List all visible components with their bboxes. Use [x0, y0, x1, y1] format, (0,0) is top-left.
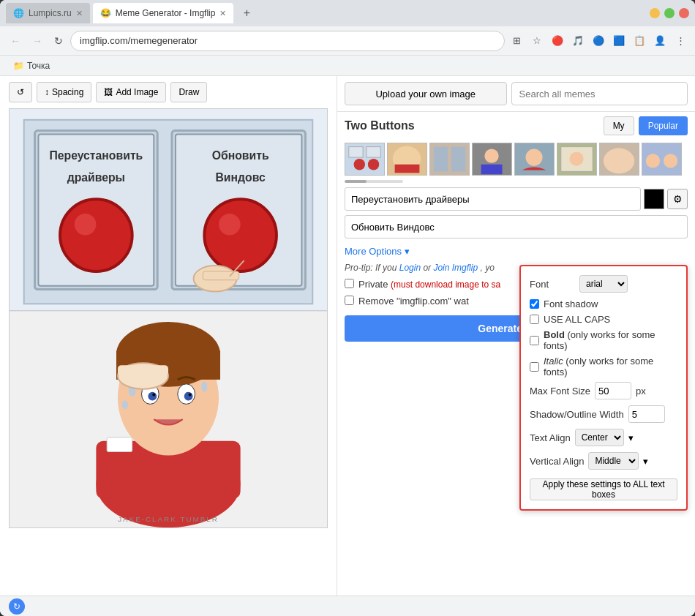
apply-settings-button[interactable]: Apply these settings to ALL text boxes: [530, 478, 677, 500]
login-link[interactable]: Login: [399, 263, 421, 273]
add-image-button[interactable]: 🖼 Add Image: [96, 82, 166, 102]
extension-icon-2[interactable]: 🎵: [569, 32, 587, 50]
extension-icon-3[interactable]: 🔵: [590, 32, 607, 50]
search-memes-input[interactable]: [511, 82, 688, 105]
remove-watermark-checkbox[interactable]: [345, 296, 354, 305]
spacing-icon: ↕: [45, 87, 49, 97]
italic-row: Italic (only works for some fonts): [530, 356, 677, 378]
extension-icon-5[interactable]: 📋: [631, 32, 648, 50]
font-select[interactable]: arial impact: [579, 275, 628, 293]
svg-point-60: [664, 154, 677, 168]
my-tab-button[interactable]: My: [604, 116, 634, 135]
thumb-8[interactable]: [642, 143, 682, 176]
italic-label-text: Italic: [544, 356, 563, 367]
protip-text-2: or: [423, 263, 433, 273]
text-align-select[interactable]: Center Left Right: [575, 429, 624, 446]
thumb-5[interactable]: [514, 143, 555, 176]
nav-icons: ⊞ ☆ 🔴 🎵 🔵 🟦 📋 👤 ⋮: [508, 32, 689, 50]
max-font-unit: px: [636, 386, 646, 397]
remove-watermark-label: Remove "imgflip.com" wat: [358, 296, 469, 307]
extension-icon-4[interactable]: 🟦: [610, 32, 628, 50]
svg-rect-35: [107, 437, 132, 452]
right-top-bar: Upload your own image: [337, 76, 695, 112]
status-refresh-button[interactable]: ↻: [9, 598, 25, 615]
window-controls: − □ ✕: [650, 8, 689, 18]
menu-icon[interactable]: ⋮: [672, 32, 689, 50]
use-caps-label: USE ALL CAPS: [544, 314, 610, 325]
new-tab-button[interactable]: +: [236, 3, 257, 23]
text-input-2[interactable]: [345, 215, 688, 238]
bookmarkbar: 📁 Точка: [0, 56, 695, 76]
right-panel: Upload your own image Two Buttons My Pop…: [337, 76, 695, 596]
tab-imgflip-close[interactable]: ✕: [219, 9, 226, 18]
draw-button[interactable]: Draw: [170, 82, 207, 102]
main-content: ↺ ↕ Spacing 🖼 Add Image Draw: [0, 76, 695, 596]
popular-tab-button[interactable]: Popular: [639, 116, 688, 135]
toolbar: ↺ ↕ Spacing 🖼 Add Image Draw: [9, 82, 328, 102]
tab-lumpics[interactable]: 🌐 Lumpics.ru ✕: [6, 3, 90, 23]
join-link[interactable]: Join Imgflip: [433, 263, 478, 273]
font-settings-popup: Font arial impact Font shadow USE ALL CA…: [519, 265, 688, 511]
shadow-width-input[interactable]: [628, 405, 665, 423]
more-options-link[interactable]: More Options ▾: [337, 243, 695, 260]
back-button[interactable]: ←: [6, 32, 25, 50]
tab-lumpics-close[interactable]: ✕: [76, 9, 83, 18]
svg-rect-44: [395, 165, 420, 173]
reload-button[interactable]: ↻: [50, 32, 67, 50]
private-checkbox[interactable]: [345, 279, 354, 288]
spacing-button[interactable]: ↕ Spacing: [37, 82, 91, 102]
svg-point-9: [219, 214, 241, 236]
thumb-7[interactable]: [599, 143, 639, 176]
forward-button[interactable]: →: [28, 32, 47, 50]
thumb-2[interactable]: [387, 143, 427, 176]
svg-point-52: [525, 149, 542, 166]
settings-gear-1[interactable]: ⚙: [667, 189, 688, 209]
tab-imgflip[interactable]: 😂 Meme Generator - Imgflip ✕: [93, 3, 234, 23]
svg-point-38: [354, 159, 365, 170]
upload-image-button[interactable]: Upload your own image: [345, 82, 507, 105]
translate-icon[interactable]: ⊞: [508, 32, 525, 50]
private-note: (must download image to sa: [391, 279, 500, 290]
use-caps-row: USE ALL CAPS: [530, 314, 677, 325]
shadow-width-label: Shadow/Outline Width: [530, 409, 624, 420]
meme-title-row: Two Buttons My Popular: [337, 112, 695, 140]
close-button[interactable]: ✕: [679, 8, 689, 18]
bold-row: Bold (only works for some fonts): [530, 329, 677, 351]
refresh-icon: ↺: [17, 87, 24, 97]
text-input-1[interactable]: [345, 187, 641, 211]
minimize-button[interactable]: −: [650, 8, 660, 18]
font-shadow-checkbox[interactable]: [530, 299, 539, 309]
status-refresh-icon: ↻: [13, 601, 20, 612]
account-icon[interactable]: 👤: [651, 32, 669, 50]
use-caps-checkbox[interactable]: [530, 315, 539, 324]
spacing-label: Spacing: [52, 87, 83, 97]
address-bar[interactable]: [70, 31, 505, 51]
max-font-input[interactable]: [595, 382, 631, 399]
italic-checkbox[interactable]: [530, 362, 539, 372]
bookmark-star-icon[interactable]: ☆: [528, 32, 546, 50]
svg-point-55: [569, 151, 583, 165]
bookmark-tochka[interactable]: 📁 Точка: [9, 59, 54, 72]
bold-label: Bold (only works for some fonts): [544, 329, 677, 351]
refresh-toolbar-button[interactable]: ↺: [9, 82, 32, 102]
add-image-label: Add Image: [116, 87, 158, 97]
thumb-scroll-area: [337, 179, 695, 183]
tab-imgflip-favicon: 😂: [100, 8, 111, 18]
vertical-align-select[interactable]: Middle Top Bottom: [588, 452, 639, 470]
font-shadow-row: Font shadow: [530, 298, 677, 309]
color-swatch-1[interactable]: [644, 189, 664, 209]
meme-thumbnails: [337, 140, 695, 179]
thumb-3[interactable]: [429, 143, 470, 176]
extension-icon-1[interactable]: 🔴: [549, 32, 566, 50]
thumb-4[interactable]: [472, 143, 512, 176]
svg-text:JAKE-CLARK.TUMBLR: JAKE-CLARK.TUMBLR: [118, 515, 219, 523]
more-options-label: More Options ▾: [345, 246, 410, 257]
thumb-6[interactable]: [557, 143, 597, 176]
maximize-button[interactable]: □: [664, 8, 675, 18]
bold-checkbox[interactable]: [530, 336, 539, 345]
thumb-1[interactable]: [345, 143, 385, 176]
shadow-width-row: Shadow/Outline Width: [530, 405, 677, 423]
text-align-label: Text Align: [530, 432, 571, 443]
vertical-align-row: Vertical Align Middle Top Bottom ▾: [530, 452, 677, 470]
svg-rect-40: [349, 147, 363, 157]
